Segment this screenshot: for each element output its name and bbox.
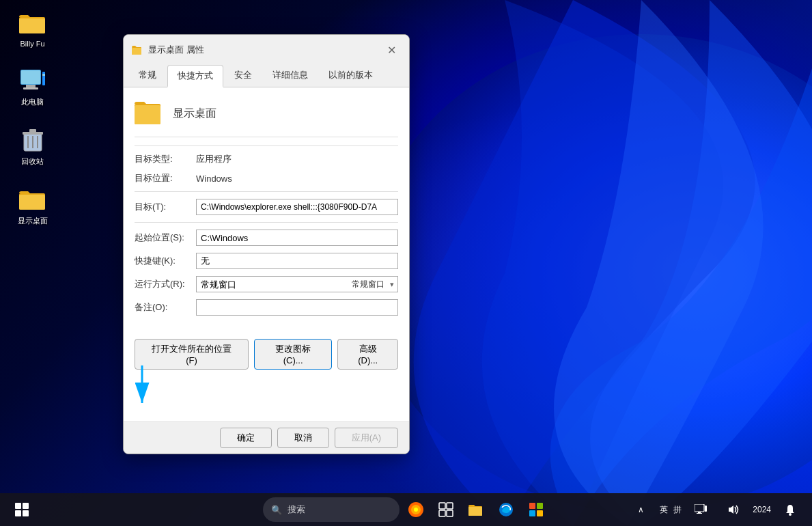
dialog-body: 显示桌面 目标类型: 应用程序 目标位置: Windows 目标(T): <box>124 87 409 333</box>
target-path-row: 目标(T): <box>135 199 398 215</box>
run-mode-select-wrapper: 常规窗口 常规窗口 <box>196 276 398 292</box>
target-type-row: 目标类型: 应用程序 <box>135 153 398 165</box>
svg-rect-29 <box>447 510 453 516</box>
taskbar-task-view[interactable] <box>432 496 460 523</box>
cancel-button[interactable]: 取消 <box>277 428 329 448</box>
close-button[interactable]: ✕ <box>382 40 401 59</box>
show-hidden-icons-button[interactable]: ∧ <box>627 496 654 523</box>
taskbar-center-area: 🔍 搜索 <box>263 496 550 523</box>
app-icon-large <box>135 98 162 128</box>
divider <box>135 146 398 146</box>
spacer <box>124 380 409 421</box>
taskbar: 🔍 搜索 <box>0 493 812 526</box>
search-icon: 🔍 <box>271 505 282 515</box>
svg-point-25 <box>414 508 418 512</box>
dialog-title-icon <box>132 44 143 55</box>
desktop-icon-show-desktop[interactable]: 显示桌面 <box>7 183 58 229</box>
taskbar-bing-icon[interactable] <box>402 496 430 523</box>
desktop: Billy Fu 此电脑 <box>0 0 812 526</box>
divider3 <box>135 222 398 223</box>
notification-icon[interactable] <box>776 496 804 523</box>
target-path-input[interactable] <box>196 199 398 215</box>
svg-rect-26 <box>439 503 445 509</box>
recycle-bin-icon <box>19 126 46 154</box>
desktop-icon-this-pc[interactable]: 此电脑 <box>7 64 58 110</box>
desktop-icon-billy-fu[interactable]: Billy Fu <box>7 7 58 51</box>
start-button[interactable] <box>8 496 36 523</box>
desktop-icon-recycle[interactable]: 回收站 <box>7 124 58 169</box>
tab-shortcut[interactable]: 快捷方式 <box>167 65 223 87</box>
shortcut-key-row: 快捷键(K): <box>135 253 398 269</box>
start-location-label: 起始位置(S): <box>135 232 196 244</box>
svg-rect-33 <box>529 503 535 509</box>
run-mode-select[interactable]: 常规窗口 <box>196 276 398 292</box>
change-icon-button[interactable]: 更改图标(C)... <box>254 339 332 370</box>
svg-rect-8 <box>42 74 45 76</box>
desktop-icon-label: 显示桌面 <box>18 216 48 226</box>
action-buttons-area: 打开文件所在的位置(F) 更改图标(C)... 高级(D)... <box>124 333 409 380</box>
dialog-title: 显示桌面 属性 <box>148 44 376 56</box>
comment-input[interactable] <box>196 299 398 316</box>
taskbar-search[interactable]: 🔍 搜索 <box>263 497 400 522</box>
comment-label: 备注(O): <box>135 301 196 314</box>
open-location-button[interactable]: 打开文件所在的位置(F) <box>135 339 249 370</box>
language-pinyin[interactable]: 拼 <box>673 504 682 516</box>
target-location-value: Windows <box>196 174 398 184</box>
tab-details[interactable]: 详细信息 <box>263 65 318 87</box>
target-location-row: 目标位置: Windows <box>135 172 398 184</box>
windows-logo <box>15 503 29 516</box>
tab-general[interactable]: 常规 <box>129 65 166 87</box>
svg-rect-34 <box>537 503 543 509</box>
dialog-footer: 确定 取消 应用(A) <box>124 421 409 454</box>
run-mode-label: 运行方式(R): <box>135 278 196 290</box>
taskbar-file-explorer[interactable] <box>462 496 490 523</box>
comment-row: 备注(O): <box>135 299 398 316</box>
svg-rect-40 <box>705 506 707 512</box>
show-desktop-folder-icon <box>19 186 46 213</box>
dialog-tabs: 常规 快捷方式 安全 详细信息 以前的版本 <box>124 65 409 87</box>
target-type-value: 应用程序 <box>196 153 398 165</box>
app-header: 显示桌面 <box>135 98 398 137</box>
taskbar-store[interactable] <box>522 496 550 523</box>
folder-icon <box>19 10 46 37</box>
svg-rect-4 <box>21 70 40 84</box>
language-eng[interactable]: 英 <box>660 504 668 516</box>
clock-time: 2024 <box>753 505 771 514</box>
svg-rect-28 <box>439 510 445 516</box>
app-title: 显示桌面 <box>173 107 216 121</box>
advanced-button[interactable]: 高级(D)... <box>337 339 398 370</box>
shortcut-key-input[interactable] <box>196 253 398 269</box>
dialog-titlebar: 显示桌面 属性 ✕ <box>124 35 409 65</box>
properties-dialog: 显示桌面 属性 ✕ 常规 快捷方式 安全 详细信息 以前的版本 <box>123 34 410 454</box>
desktop-icon-label: 此电脑 <box>21 97 44 107</box>
shortcut-key-label: 快捷键(K): <box>135 255 196 267</box>
taskbar-edge[interactable] <box>492 496 520 523</box>
apply-button[interactable]: 应用(A) <box>335 428 398 448</box>
display-icon[interactable] <box>687 496 714 523</box>
volume-icon[interactable] <box>720 496 747 523</box>
search-label: 搜索 <box>288 503 305 516</box>
svg-rect-38 <box>698 512 701 513</box>
svg-rect-39 <box>697 513 702 514</box>
desktop-icons-area: Billy Fu 此电脑 <box>7 7 58 229</box>
svg-rect-37 <box>695 504 704 512</box>
svg-rect-2 <box>19 18 45 33</box>
start-location-input[interactable] <box>196 230 398 246</box>
tab-security[interactable]: 安全 <box>225 65 262 87</box>
svg-rect-20 <box>135 105 160 124</box>
tab-previous-versions[interactable]: 以前的版本 <box>319 65 382 87</box>
svg-rect-36 <box>537 510 543 516</box>
svg-rect-16 <box>19 195 45 210</box>
svg-rect-5 <box>26 85 36 87</box>
taskbar-system-tray: ∧ 英 拼 <box>627 496 804 523</box>
svg-rect-18 <box>132 48 141 55</box>
svg-rect-31 <box>468 507 482 516</box>
svg-rect-27 <box>447 503 453 509</box>
start-location-row: 起始位置(S): <box>135 230 398 246</box>
svg-rect-6 <box>23 87 38 89</box>
svg-rect-35 <box>529 510 535 516</box>
target-location-label: 目标位置: <box>135 172 196 184</box>
system-clock[interactable]: 2024 <box>753 505 771 514</box>
ok-button[interactable]: 确定 <box>220 428 272 448</box>
pc-icon <box>19 67 46 94</box>
